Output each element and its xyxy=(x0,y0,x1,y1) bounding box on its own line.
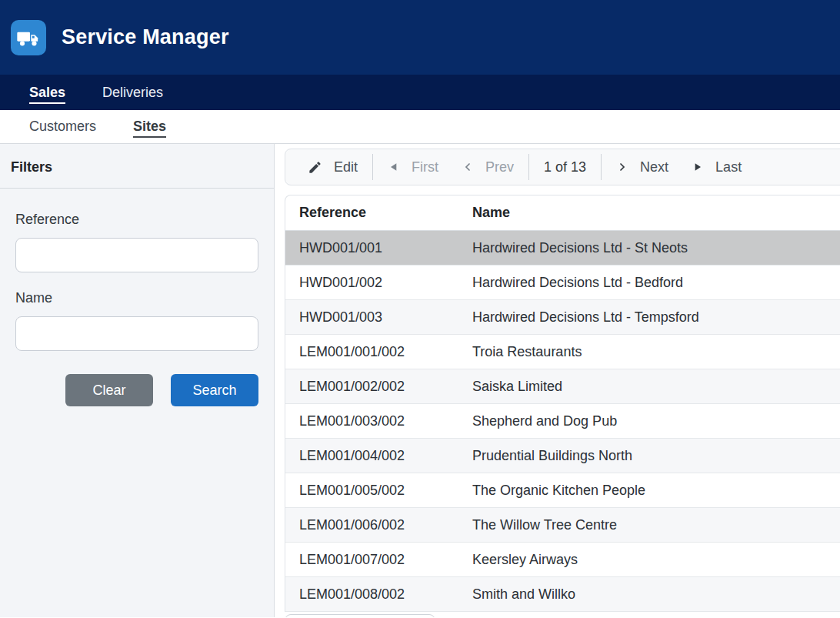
name-cell: Hardwired Decisions Ltd - Bedford xyxy=(472,275,840,291)
reference-cell: LEM001/005/002 xyxy=(285,483,472,499)
skip-to-first-icon xyxy=(388,161,400,173)
reference-cell: HWD001/003 xyxy=(285,309,472,326)
table-row[interactable]: LEM001/005/002 The Organic Kitchen Peopl… xyxy=(285,473,840,508)
name-input[interactable] xyxy=(15,316,258,351)
chevron-right-icon xyxy=(616,161,628,173)
table-row[interactable]: LEM001/003/002 Shepherd and Dog Pub xyxy=(285,404,840,439)
subnav-item-label: Sites xyxy=(133,119,166,138)
reference-input[interactable] xyxy=(15,238,258,272)
app-title: Service Manager xyxy=(62,25,229,49)
name-cell: Smith and Willko xyxy=(472,586,840,603)
reference-cell: LEM001/007/002 xyxy=(285,552,472,568)
name-cell: Hardwired Decisions Ltd - Tempsford xyxy=(472,309,840,326)
last-label: Last xyxy=(715,159,742,175)
name-cell: The Organic Kitchen People xyxy=(472,483,840,499)
table-row[interactable]: HWD001/003 Hardwired Decisions Ltd - Tem… xyxy=(285,300,840,335)
table-row[interactable]: LEM001/008/002 Smith and Willko xyxy=(285,577,840,612)
page-indicator: 1 of 13 xyxy=(532,159,598,175)
reference-cell: LEM001/004/002 xyxy=(285,448,472,464)
partially-visible-control[interactable] xyxy=(285,614,435,617)
table-row[interactable]: LEM001/006/002 The Willow Tree Centre xyxy=(285,508,840,543)
nav-item-label: Sales xyxy=(29,85,65,104)
truck-icon xyxy=(16,25,41,50)
primary-nav: Sales Deliveries xyxy=(0,75,840,110)
name-cell: Hardwired Decisions Ltd - St Neots xyxy=(472,240,840,256)
edit-button[interactable]: Edit xyxy=(296,159,369,175)
first-page-button[interactable]: First xyxy=(376,159,450,175)
toolbar-divider xyxy=(528,154,529,180)
record-toolbar: Edit First Prev 1 of 13 xyxy=(285,149,840,185)
filters-form: Reference Name Clear Search xyxy=(0,189,274,422)
search-button[interactable]: Search xyxy=(171,374,258,406)
app-logo xyxy=(11,20,46,55)
name-cell: Troia Restaurants xyxy=(472,344,840,360)
nav-item-sales[interactable]: Sales xyxy=(29,85,65,101)
prev-page-button[interactable]: Prev xyxy=(450,159,525,175)
reference-cell: LEM001/001/002 xyxy=(285,344,472,360)
table-body: HWD001/001 Hardwired Decisions Ltd - St … xyxy=(285,231,840,612)
reference-cell: LEM001/003/002 xyxy=(285,413,472,429)
sites-table: Reference Name HWD001/001 Hardwired Deci… xyxy=(285,195,840,612)
prev-label: Prev xyxy=(485,159,514,175)
reference-field-label: Reference xyxy=(15,212,258,228)
name-cell: Saiska Limited xyxy=(472,379,840,395)
nav-item-label: Deliveries xyxy=(102,85,163,100)
subnav-item-customers[interactable]: Customers xyxy=(29,119,96,135)
main-panel: Edit First Prev 1 of 13 xyxy=(275,144,840,617)
filters-heading: Filters xyxy=(0,144,274,189)
name-cell: Keersley Airways xyxy=(472,552,840,568)
reference-cell: LEM001/008/002 xyxy=(285,586,472,603)
reference-cell: LEM001/002/002 xyxy=(285,379,472,395)
table-row[interactable]: LEM001/007/002 Keersley Airways xyxy=(285,543,840,577)
reference-cell: HWD001/001 xyxy=(285,240,472,256)
table-row[interactable]: LEM001/004/002 Prudential Buildings Nort… xyxy=(285,439,840,473)
pencil-icon xyxy=(308,160,322,175)
nav-item-deliveries[interactable]: Deliveries xyxy=(102,85,163,101)
next-page-button[interactable]: Next xyxy=(605,159,680,175)
subnav-item-label: Customers xyxy=(29,119,96,134)
app-header: Service Manager xyxy=(0,0,840,75)
edit-label: Edit xyxy=(334,159,358,175)
name-cell: The Willow Tree Centre xyxy=(472,517,840,533)
subnav-item-sites[interactable]: Sites xyxy=(133,119,166,135)
name-cell: Prudential Buildings North xyxy=(472,448,840,464)
column-header-name: Name xyxy=(472,205,840,221)
last-page-button[interactable]: Last xyxy=(680,159,753,175)
chevron-left-icon xyxy=(462,161,474,173)
content-area: Filters Reference Name Clear Search Edit xyxy=(0,144,840,617)
filter-buttons: Clear Search xyxy=(15,374,258,406)
table-header-row: Reference Name xyxy=(285,195,840,231)
table-row[interactable]: HWD001/002 Hardwired Decisions Ltd - Bed… xyxy=(285,266,840,300)
filters-sidebar: Filters Reference Name Clear Search xyxy=(0,144,275,617)
table-row[interactable]: LEM001/001/002 Troia Restaurants xyxy=(285,335,840,369)
skip-to-last-icon xyxy=(692,161,704,173)
name-field-label: Name xyxy=(15,290,258,306)
clear-button[interactable]: Clear xyxy=(65,374,153,406)
first-label: First xyxy=(412,159,438,175)
next-label: Next xyxy=(640,159,668,175)
reference-cell: HWD001/002 xyxy=(285,275,472,291)
table-row[interactable]: HWD001/001 Hardwired Decisions Ltd - St … xyxy=(285,231,840,266)
reference-cell: LEM001/006/002 xyxy=(285,517,472,533)
name-cell: Shepherd and Dog Pub xyxy=(472,413,840,429)
table-row[interactable]: LEM001/002/002 Saiska Limited xyxy=(285,369,840,404)
secondary-nav: Customers Sites xyxy=(0,110,840,144)
toolbar-divider xyxy=(601,154,602,180)
column-header-reference: Reference xyxy=(285,205,472,221)
toolbar-divider xyxy=(372,154,373,180)
